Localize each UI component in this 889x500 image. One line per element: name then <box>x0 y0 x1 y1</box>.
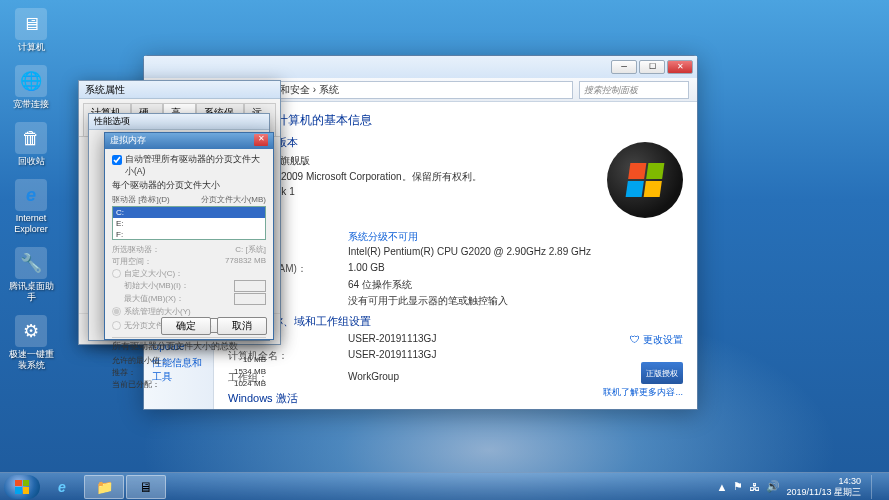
search-input[interactable]: 搜索控制面板 <box>579 81 689 99</box>
per-drive-label: 每个驱动器的分页文件大小 <box>112 180 266 192</box>
ram-value: 1.00 GB <box>348 262 683 276</box>
minimize-button[interactable]: ─ <box>611 60 637 74</box>
desktop-icon-computer[interactable]: 🖥计算机 <box>6 8 56 53</box>
cancel-button[interactable]: 取消 <box>217 317 267 335</box>
drive-row-f[interactable]: F: <box>113 229 265 240</box>
edition-section: Windows 版本 <box>228 135 683 150</box>
max-label: 最大值(MB)(X)： <box>124 293 184 305</box>
drive-list[interactable]: C: E: F: <box>112 206 266 240</box>
name-section: 计算机名称、域和工作组设置 <box>228 314 683 329</box>
sel-drive-value: C: [系统] <box>235 244 266 255</box>
taskbar-ie[interactable]: e <box>42 475 82 499</box>
free-label: 可用空间： <box>112 256 152 267</box>
time: 14:30 <box>786 476 861 487</box>
drive-header: 驱动器 [卷标](D) <box>112 194 170 205</box>
ok-button[interactable]: 确定 <box>161 317 211 335</box>
genuine-more-link[interactable]: 联机了解更多内容... <box>603 387 683 397</box>
desktop-icon-ie[interactable]: eInternet Explorer <box>6 179 56 235</box>
close-button[interactable]: ✕ <box>667 60 693 74</box>
type-value: 64 位操作系统 <box>348 278 683 292</box>
windows-logo <box>607 142 683 218</box>
auto-manage-input[interactable] <box>112 155 122 165</box>
system-tray: ▲ ⚑ 🖧 🔊 14:30 2019/11/13 星期三 <box>717 475 885 499</box>
taskbar-explorer[interactable]: 📁 <box>84 475 124 499</box>
rec-value: 1534 MB <box>234 367 266 378</box>
rec-label: 推荐： <box>112 367 136 378</box>
virtual-memory-dialog: 虚拟内存 ✕ 自动管理所有驱动器的分页文件大小(A) 每个驱动器的分页文件大小 … <box>104 132 274 340</box>
genuine-box: 正版授权 联机了解更多内容... <box>603 362 683 399</box>
main-content: 查看有关计算机的基本信息 Windows 版本 Windows 7 旗舰版 版权… <box>214 102 697 409</box>
maximize-button[interactable]: ☐ <box>639 60 665 74</box>
radio-custom: 自定义大小(C)： <box>112 268 266 279</box>
ie-icon: e <box>15 179 47 211</box>
system-section: 系统 <box>228 211 683 226</box>
start-button[interactable] <box>4 475 40 499</box>
cur-label: 当前已分配： <box>112 379 160 390</box>
init-input <box>234 280 266 292</box>
dialog-title[interactable]: 性能选项 <box>89 114 269 130</box>
desktop: 🖥计算机 🌐宽带连接 🗑回收站 eInternet Explorer 🔧腾讯桌面… <box>6 8 56 371</box>
close-button[interactable]: ✕ <box>254 134 268 146</box>
min-value: 16 MB <box>243 355 266 366</box>
volume-icon[interactable]: 🔊 <box>766 480 780 493</box>
date: 2019/11/13 星期三 <box>786 487 861 498</box>
clock[interactable]: 14:30 2019/11/13 星期三 <box>786 476 861 498</box>
init-label: 初始大小(MB)(I)： <box>124 280 189 292</box>
auto-manage-checkbox[interactable]: 自动管理所有驱动器的分页文件大小(A) <box>112 154 266 178</box>
desktop-icon-recycle[interactable]: 🗑回收站 <box>6 122 56 167</box>
cur-value: 1024 MB <box>234 379 266 390</box>
min-label: 允许的最小值： <box>112 355 168 366</box>
dialog-titlebar[interactable]: 虚拟内存 ✕ <box>105 133 273 149</box>
free-value: 778832 MB <box>225 256 266 267</box>
desktop-icon-broadband[interactable]: 🌐宽带连接 <box>6 65 56 110</box>
flag-icon[interactable]: ⚑ <box>733 480 743 493</box>
drive-row-c[interactable]: C: <box>113 207 265 218</box>
size-header: 分页文件大小(MB) <box>201 194 266 205</box>
dialog-title[interactable]: 系统属性 <box>79 81 280 99</box>
taskbar-system[interactable]: 🖥 <box>126 475 166 499</box>
show-desktop-button[interactable] <box>871 475 881 499</box>
desktop-icon-tencent[interactable]: 🔧腾讯桌面助手 <box>6 247 56 303</box>
sel-drive-label: 所选驱动器： <box>112 244 160 255</box>
network-icon: 🌐 <box>15 65 47 97</box>
max-input <box>234 293 266 305</box>
window-titlebar[interactable]: ─ ☐ ✕ <box>144 56 697 78</box>
desktop-icon-reinstall[interactable]: ⚙极速一键重装系统 <box>6 315 56 371</box>
rating-link[interactable]: 系统分级不可用 <box>348 230 683 244</box>
fname-value: USER-20191113GJ <box>348 349 683 363</box>
tool-icon: 🔧 <box>15 247 47 279</box>
genuine-badge: 正版授权 <box>641 362 683 384</box>
network-icon[interactable]: 🖧 <box>749 481 760 493</box>
drive-row-e[interactable]: E: <box>113 218 265 229</box>
totals-title: 所有驱动器分页文件大小的总数 <box>112 341 266 353</box>
taskbar: e 📁 🖥 ▲ ⚑ 🖧 🔊 14:30 2019/11/13 星期三 <box>0 472 889 500</box>
page-title: 查看有关计算机的基本信息 <box>228 112 683 129</box>
pen-value: 没有可用于此显示器的笔或触控输入 <box>348 294 683 308</box>
dialog-title: 虚拟内存 <box>110 134 146 148</box>
change-settings-link[interactable]: 🛡 更改设置 <box>630 333 683 347</box>
recycle-icon: 🗑 <box>15 122 47 154</box>
computer-icon: 🖥 <box>15 8 47 40</box>
cpu-value: Intel(R) Pentium(R) CPU G2020 @ 2.90GHz … <box>348 246 683 260</box>
tray-expand-icon[interactable]: ▲ <box>717 481 728 493</box>
cname-value: USER-20191113GJ <box>348 333 630 347</box>
reinstall-icon: ⚙ <box>15 315 47 347</box>
